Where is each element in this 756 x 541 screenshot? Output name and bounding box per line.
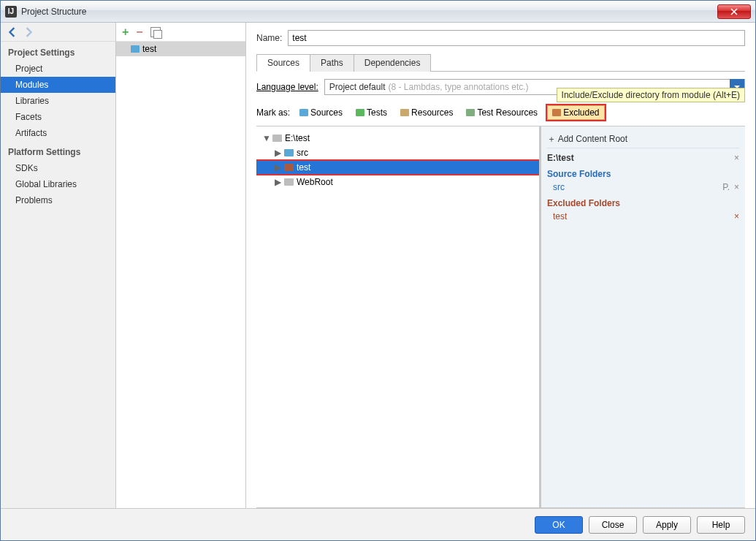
- back-button[interactable]: [7, 26, 18, 38]
- add-module-button[interactable]: +: [122, 26, 129, 39]
- color-swatch-icon: [356, 109, 364, 116]
- excluded-folders-header: Excluded Folders: [547, 195, 739, 208]
- module-label: test: [142, 44, 156, 54]
- module-item[interactable]: test: [116, 42, 245, 56]
- mark-test-resources[interactable]: Test Resources: [462, 105, 541, 120]
- folder-icon: [131, 45, 140, 53]
- remove-source-button[interactable]: ×: [734, 182, 739, 192]
- caret-right-icon[interactable]: ▶: [274, 177, 281, 187]
- source-folders-header: Source Folders: [547, 167, 739, 179]
- mark-chip-label: Tests: [367, 107, 387, 118]
- sidebar-item-global-libraries[interactable]: Global Libraries: [1, 176, 115, 192]
- main-panel: Name: SourcesPathsDependencies Language …: [246, 23, 755, 508]
- package-prefix-icon[interactable]: P.: [722, 182, 730, 192]
- arrow-left-icon: [7, 27, 18, 37]
- tooltip: Include/Exclude directory from module (A…: [557, 88, 745, 102]
- mark-tests[interactable]: Tests: [352, 105, 391, 120]
- caret-right-icon[interactable]: ▶: [274, 162, 281, 173]
- caret-down-icon[interactable]: ▼: [262, 133, 270, 143]
- sidebar-section-header: Project Settings: [1, 42, 115, 61]
- tree-item-label: src: [297, 148, 308, 158]
- name-input[interactable]: [288, 30, 745, 46]
- color-swatch-icon: [400, 109, 409, 116]
- sidebar-item-libraries[interactable]: Libraries: [1, 93, 115, 109]
- forward-button[interactable]: [23, 26, 34, 38]
- folder-icon: [284, 178, 294, 186]
- close-button[interactable]: [717, 4, 751, 19]
- mark-excluded[interactable]: Excluded: [547, 105, 604, 120]
- close-dialog-button[interactable]: Close: [589, 516, 637, 534]
- language-level-label: Language level:: [256, 82, 318, 92]
- mark-chip-label: Excluded: [563, 107, 599, 118]
- source-tree[interactable]: ▼ E:\test ▶src▶test▶WebRoot: [256, 126, 541, 507]
- ok-button[interactable]: OK: [535, 516, 583, 534]
- color-swatch-icon: [299, 109, 308, 116]
- remove-excluded-button[interactable]: ×: [734, 211, 739, 222]
- close-icon: [730, 8, 738, 15]
- tab-paths[interactable]: Paths: [310, 54, 354, 72]
- sidebar-item-problems[interactable]: Problems: [1, 192, 115, 208]
- modules-panel: + − test: [116, 23, 246, 508]
- mark-chip-label: Sources: [310, 107, 343, 118]
- mark-chip-label: Resources: [411, 107, 453, 118]
- caret-right-icon[interactable]: ▶: [274, 148, 281, 158]
- remove-root-button[interactable]: ×: [734, 153, 739, 163]
- copy-module-button[interactable]: [150, 27, 161, 37]
- mark-chip-label: Test Resources: [477, 107, 538, 118]
- add-content-root-button[interactable]: ＋ Add Content Root: [547, 131, 739, 148]
- window-title: Project Structure: [21, 7, 717, 17]
- app-icon: IJ: [5, 6, 17, 18]
- mark-as-label: Mark as:: [256, 107, 290, 118]
- sidebar-item-artifacts[interactable]: Artifacts: [1, 125, 115, 141]
- sidebar-section-header: Platform Settings: [1, 141, 115, 160]
- folder-icon: [284, 164, 294, 171]
- tabs: SourcesPathsDependencies: [256, 53, 745, 72]
- source-folder-item[interactable]: srcP.×: [547, 182, 739, 192]
- excluded-folder-item[interactable]: test×: [547, 211, 739, 222]
- apply-button[interactable]: Apply: [643, 516, 691, 534]
- arrow-right-icon: [23, 27, 34, 37]
- footer: OK Close Apply Help: [1, 508, 755, 540]
- tree-item[interactable]: ▶test: [256, 160, 539, 175]
- tree-item[interactable]: ▶src: [256, 145, 539, 160]
- name-label: Name:: [256, 33, 282, 43]
- remove-module-button[interactable]: −: [136, 26, 142, 39]
- tree-item[interactable]: ▶WebRoot: [256, 175, 539, 189]
- mark-resources[interactable]: Resources: [397, 105, 457, 120]
- tree-item-label: WebRoot: [297, 177, 333, 187]
- folder-icon: [284, 149, 294, 156]
- source-folder-label: src: [553, 182, 565, 192]
- sidebar-item-project[interactable]: Project: [1, 61, 115, 77]
- content-root-path: E:\test: [547, 153, 574, 163]
- sidebar: Project SettingsProjectModulesLibrariesF…: [1, 23, 116, 508]
- tree-item-label: test: [297, 162, 310, 173]
- mark-as-row: Include/Exclude directory from module (A…: [256, 105, 745, 120]
- titlebar: IJ Project Structure: [1, 1, 755, 23]
- excluded-folder-label: test: [553, 211, 567, 222]
- project-structure-window: IJ Project Structure Project SettingsPro…: [0, 0, 756, 541]
- sidebar-item-modules[interactable]: Modules: [1, 77, 115, 93]
- language-level-value: Project default: [329, 82, 386, 92]
- tree-root[interactable]: ▼ E:\test: [256, 131, 539, 145]
- folder-icon: [272, 135, 282, 142]
- sidebar-item-facets[interactable]: Facets: [1, 109, 115, 125]
- content-roots-panel: ＋ Add Content Root E:\test × Source Fold…: [541, 126, 745, 507]
- tab-dependencies[interactable]: Dependencies: [354, 54, 432, 72]
- help-button[interactable]: Help: [697, 516, 745, 534]
- sidebar-item-sdks[interactable]: SDKs: [1, 160, 115, 176]
- tree-root-label: E:\test: [285, 133, 310, 143]
- color-swatch-icon: [552, 109, 561, 116]
- color-swatch-icon: [466, 109, 475, 116]
- mark-sources[interactable]: Sources: [296, 105, 346, 120]
- language-level-hint: (8 - Lambdas, type annotations etc.): [388, 82, 528, 92]
- tab-sources[interactable]: Sources: [256, 54, 310, 72]
